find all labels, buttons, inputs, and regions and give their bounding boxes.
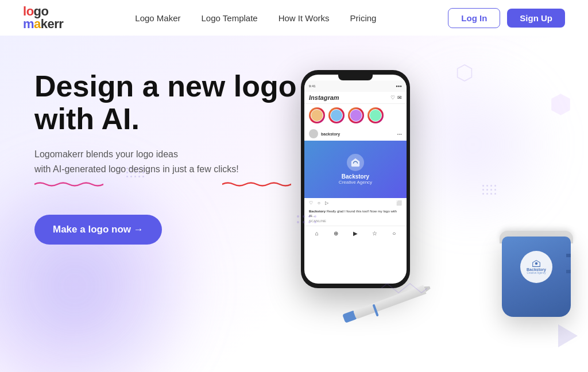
post-brand-tagline: Creative Agency xyxy=(339,180,372,185)
cup-body: Backstory Creative Agency xyxy=(502,237,571,317)
phone-screen: 9:41 ●●● Instagram ♡ ✉ xyxy=(304,75,407,284)
instagram-header: Instagram ♡ ✉ xyxy=(304,92,407,104)
insta-message-icon: ✉ xyxy=(397,95,402,100)
svg-point-4 xyxy=(297,215,299,218)
post-avatar xyxy=(309,129,318,138)
phone-mockup: 9:41 ●●● Instagram ♡ ✉ xyxy=(301,70,410,288)
zigzag-decoration xyxy=(381,282,427,294)
svg-marker-0 xyxy=(458,65,472,81)
post-logo-icon xyxy=(347,154,364,171)
nav-shop: ☆ xyxy=(371,229,379,237)
nav-reels: ▶ xyxy=(351,229,359,237)
hero-subtitle-container: Logomakerr blends your logo ideas with A… xyxy=(34,147,297,176)
header-buttons: Log In Sign Up xyxy=(448,8,565,28)
cta-button[interactable]: Make a logo now → xyxy=(34,215,162,245)
backstory-logo-icon xyxy=(350,157,361,168)
svg-point-5 xyxy=(303,215,305,218)
insta-heart-icon: ♡ xyxy=(390,95,395,100)
cup-brand-name: Backstory xyxy=(527,268,546,272)
hex-decoration-right xyxy=(551,93,571,116)
marker-clip xyxy=(372,304,378,317)
nav: Logo Maker Logo Template How It Works Pr… xyxy=(135,13,376,23)
svg-point-7 xyxy=(314,215,316,218)
svg-marker-2 xyxy=(551,94,570,115)
story-avatar-2 xyxy=(328,107,345,123)
hero-visual: 9:41 ●●● Instagram ♡ ✉ xyxy=(266,47,588,369)
hero-section: Design a new logo with AI. Logomakerr bl… xyxy=(0,36,588,372)
post-header: backstory ••• xyxy=(304,127,407,141)
nav-logo-maker[interactable]: Logo Maker xyxy=(135,13,180,23)
nav-pricing[interactable]: Pricing xyxy=(350,13,377,23)
story-avatar-3 xyxy=(348,107,364,123)
nav-profile: ○ xyxy=(390,229,398,237)
hero-subtitle: Logomakerr blends your logo ideas with A… xyxy=(34,147,297,176)
post-actions: ♡ ○ ▷ ⬜ xyxy=(304,198,407,208)
svg-point-11 xyxy=(314,221,316,223)
story-avatar-1 xyxy=(309,107,325,123)
comment-icon: ○ xyxy=(318,200,320,206)
hero-title: Design a new logo with AI. xyxy=(34,70,297,135)
nav-logo-template[interactable]: Logo Template xyxy=(202,13,258,23)
cup-logo-icon xyxy=(531,259,541,268)
cup-logo-circle: Backstory Creative Agency xyxy=(520,251,552,283)
hero-content: Design a new logo with AI. Logomakerr bl… xyxy=(34,70,297,245)
nav-search: ⊕ xyxy=(332,229,340,237)
like-icon: ♡ xyxy=(309,200,313,206)
phone-status-bar: 9:41 ●●● xyxy=(304,80,407,92)
header: logo makerr Logo Maker Logo Template How… xyxy=(0,0,588,36)
cup-handle xyxy=(566,254,571,273)
cup-brand-tagline: Creative Agency xyxy=(527,272,546,274)
instagram-stories xyxy=(304,104,407,127)
wavy-underline-pink xyxy=(34,181,103,187)
coffee-cup: Backstory Creative Agency xyxy=(502,237,577,334)
svg-point-10 xyxy=(308,221,311,223)
phone-body: 9:41 ●●● Instagram ♡ ✉ xyxy=(301,70,410,288)
logo[interactable]: logo makerr xyxy=(23,5,63,30)
svg-point-9 xyxy=(303,221,305,223)
post-brand-name: Backstory xyxy=(342,173,369,180)
svg-point-6 xyxy=(308,215,311,218)
hex-decoration-top xyxy=(456,64,473,82)
signup-button[interactable]: Sign Up xyxy=(507,9,565,28)
dots-decoration xyxy=(295,214,330,231)
instagram-logo: Instagram xyxy=(309,94,339,101)
triangle-decoration xyxy=(558,324,578,347)
nav-how-it-works[interactable]: How It Works xyxy=(278,13,330,23)
story-avatar-4 xyxy=(368,107,384,123)
post-username: backstory xyxy=(321,132,340,136)
phone-notch xyxy=(338,75,373,80)
svg-point-3 xyxy=(535,262,538,265)
login-button[interactable]: Log In xyxy=(448,8,500,28)
post-more: ••• xyxy=(397,131,402,137)
save-icon: ⬜ xyxy=(396,200,402,206)
post-image: Backstory Creative Agency xyxy=(304,141,407,198)
svg-point-8 xyxy=(297,221,299,223)
share-icon: ▷ xyxy=(325,200,328,206)
instagram-post: backstory ••• Backstory Creati xyxy=(304,127,407,226)
